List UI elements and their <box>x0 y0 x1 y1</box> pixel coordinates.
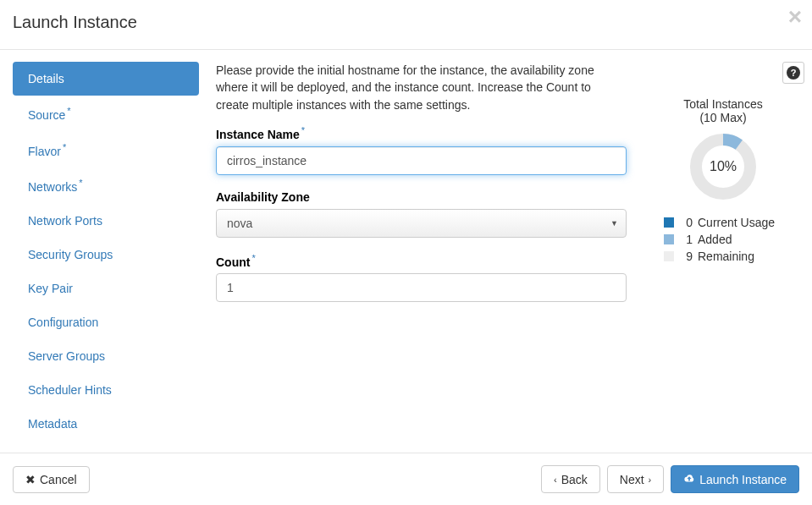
sidebar-item-configuration[interactable]: Configuration <box>13 305 199 339</box>
sidebar-item-metadata[interactable]: Metadata <box>13 407 199 441</box>
sidebar-item-flavor[interactable]: Flavor* <box>13 132 199 168</box>
sidebar-item-label: Source <box>28 108 65 122</box>
availability-zone-select-wrap: nova <box>216 209 627 238</box>
form-area: Please provide the initial hostname for … <box>216 62 647 441</box>
label-text: Count <box>216 255 250 268</box>
quota-title: Total Instances <box>647 97 799 111</box>
legend-num: 9 <box>681 250 693 263</box>
cancel-button[interactable]: ✖ Cancel <box>13 466 90 493</box>
form-group-count: Count* <box>216 253 627 303</box>
button-label: Back <box>561 473 588 486</box>
back-button[interactable]: ‹ Back <box>541 465 600 493</box>
count-input[interactable] <box>216 273 627 302</box>
sidebar-item-label: Details <box>28 72 64 85</box>
sidebar-item-network-ports[interactable]: Network Ports <box>13 204 199 238</box>
quota-percent-text: 10% <box>710 159 737 174</box>
legend-row-current: 0 Current Usage <box>664 216 799 229</box>
footer-right-buttons: ‹ Back Next › Launch Instance <box>541 465 799 493</box>
legend-row-remaining: 9 Remaining <box>664 250 799 263</box>
legend-num: 1 <box>681 233 693 246</box>
required-star-icon: * <box>79 178 82 188</box>
quota-panel: ? Total Instances (10 Max) 10% 0 Current… <box>647 62 799 441</box>
sidebar-item-label: Scheduler Hints <box>28 383 112 397</box>
sidebar-item-server-groups[interactable]: Server Groups <box>13 339 199 373</box>
form-group-availability-zone: Availability Zone nova <box>216 190 627 238</box>
required-star-icon: * <box>63 142 66 152</box>
legend-swatch-icon <box>664 251 674 261</box>
form-description: Please provide the initial hostname for … <box>216 62 627 113</box>
modal-footer: ✖ Cancel ‹ Back Next › Launch Instance <box>0 453 812 505</box>
legend-row-added: 1 Added <box>664 233 799 246</box>
sidebar-item-label: Network Ports <box>28 214 102 228</box>
launch-instance-button[interactable]: Launch Instance <box>671 465 799 493</box>
sidebar-item-source[interactable]: Source* <box>13 96 199 132</box>
legend-swatch-icon <box>664 217 674 228</box>
cloud-upload-icon <box>683 472 695 486</box>
count-label: Count* <box>216 253 627 269</box>
sidebar-item-key-pair[interactable]: Key Pair <box>13 272 199 305</box>
close-icon[interactable]: × <box>788 5 802 29</box>
sidebar-item-label: Server Groups <box>28 349 105 363</box>
form-group-instance-name: Instance Name* <box>216 125 627 175</box>
availability-zone-select[interactable]: nova <box>216 209 627 238</box>
legend-swatch-icon <box>664 234 674 244</box>
chevron-right-icon: › <box>649 475 652 485</box>
chevron-left-icon: ‹ <box>554 475 557 485</box>
legend-num: 0 <box>681 216 693 229</box>
legend-label: Added <box>698 233 732 246</box>
label-text: Instance Name <box>216 128 300 141</box>
sidebar-item-details[interactable]: Details <box>13 62 199 96</box>
sidebar-item-networks[interactable]: Networks* <box>13 167 199 204</box>
modal-header: Launch Instance × <box>0 0 812 50</box>
sidebar-item-label: Key Pair <box>28 282 73 295</box>
sidebar-item-label: Networks <box>28 180 77 194</box>
instance-name-label: Instance Name* <box>216 125 627 141</box>
modal-body: Details Source* Flavor* Networks* Networ… <box>0 50 812 441</box>
sidebar-item-label: Security Groups <box>28 248 113 261</box>
quota-legend: 0 Current Usage 1 Added 9 Remaining <box>647 216 799 263</box>
sidebar-item-scheduler-hints[interactable]: Scheduler Hints <box>13 373 199 407</box>
required-star-icon: * <box>301 125 305 135</box>
next-button[interactable]: Next › <box>607 465 664 493</box>
svg-text:?: ? <box>791 68 797 78</box>
button-label: Launch Instance <box>699 473 787 486</box>
legend-label: Current Usage <box>698 216 775 229</box>
page-title: Launch Instance <box>13 13 795 32</box>
button-label: Cancel <box>40 473 77 486</box>
required-star-icon: * <box>67 106 70 116</box>
quota-donut-chart: 10% <box>689 133 757 200</box>
instance-name-input[interactable] <box>216 146 627 175</box>
x-icon: ✖ <box>25 473 36 486</box>
legend-label: Remaining <box>698 250 754 263</box>
quota-subtitle: (10 Max) <box>647 111 799 124</box>
sidebar-item-label: Metadata <box>28 417 77 431</box>
help-icon[interactable]: ? <box>782 62 804 84</box>
wizard-sidebar: Details Source* Flavor* Networks* Networ… <box>13 62 199 441</box>
availability-zone-label: Availability Zone <box>216 190 627 204</box>
sidebar-item-label: Flavor <box>28 144 61 157</box>
content-area: Please provide the initial hostname for … <box>199 62 799 441</box>
sidebar-item-label: Configuration <box>28 316 98 329</box>
button-label: Next <box>620 473 644 486</box>
required-star-icon: * <box>251 253 255 263</box>
sidebar-item-security-groups[interactable]: Security Groups <box>13 238 199 272</box>
